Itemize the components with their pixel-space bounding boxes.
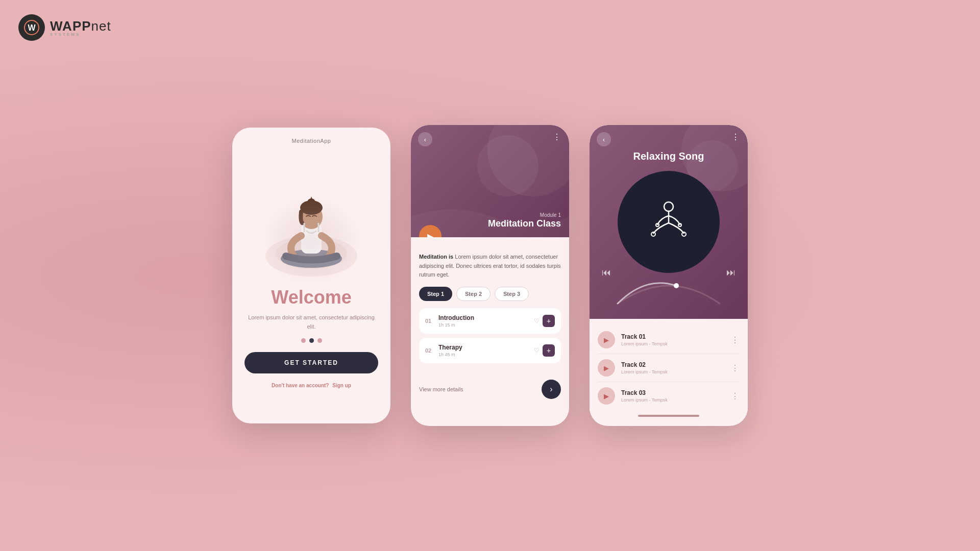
meditation-class-body: Meditation is Lorem ipsum dolor sit amet… (411, 237, 569, 374)
phone-relaxing-song: ‹ ⋮ Relaxing Song (590, 125, 748, 426)
lesson-info: Introduction 1h 15 m (438, 314, 529, 328)
module-title: Meditation Class (488, 218, 561, 229)
track-3-play[interactable]: ▶ (598, 387, 615, 405)
track-1-info: Track 01 Lorem ipsum - Tempsk (621, 333, 725, 346)
get-started-button[interactable]: GET STARTED (244, 352, 378, 373)
svg-text:W: W (28, 23, 36, 32)
lesson-duration-2: 1h 45 m (438, 352, 529, 357)
phone-welcome: MeditationApp (232, 128, 390, 423)
playback-progress[interactable] (638, 415, 699, 417)
track-3-name: Track 03 (621, 389, 725, 396)
lesson-introduction: 01 Introduction 1h 15 m ♡ + (419, 308, 561, 334)
track-3-info: Track 03 Lorem ipsum - Tempsk (621, 389, 725, 403)
phone3-nav: ‹ ⋮ (590, 132, 748, 146)
track-3-sub: Lorem ipsum - Tempsk (621, 397, 725, 403)
phone-meditation-class: ‹ ⋮ Module 1 Meditation Class ▶ Meditati… (411, 125, 569, 426)
track-3-more[interactable]: ⋮ (731, 391, 740, 401)
lesson-actions-2: ♡ + (534, 344, 555, 357)
lesson-actions: ♡ + (534, 315, 555, 327)
track-2-sub: Lorem ipsum - Tempsk (621, 369, 725, 374)
step-2-button[interactable]: Step 2 (456, 287, 491, 301)
lesson-title: Introduction (438, 314, 529, 321)
lesson-number-2: 02 (425, 347, 433, 354)
welcome-illustration (232, 149, 390, 287)
logo-icon: W (18, 14, 45, 41)
step-1-button[interactable]: Step 1 (419, 287, 452, 301)
svg-point-11 (664, 202, 673, 211)
next-button-audio[interactable]: ⏭ (726, 267, 736, 278)
track-2-info: Track 02 Lorem ipsum - Tempsk (621, 361, 725, 374)
steps-navigation: Step 1 Step 2 Step 3 (419, 287, 561, 301)
add-lesson-button[interactable]: + (543, 315, 555, 327)
lesson-info-2: Therapy 1h 45 m (438, 344, 529, 357)
prev-button[interactable]: ⏮ (602, 267, 611, 278)
signin-prompt: Don't have an account? Sign up (232, 379, 390, 392)
track-1-sub: Lorem ipsum - Tempsk (621, 341, 725, 346)
audio-controls: ⏮ ⏭ (590, 267, 748, 278)
track-2-more[interactable]: ⋮ (731, 363, 740, 373)
track-2-play[interactable]: ▶ (598, 359, 615, 377)
step-3-button[interactable]: Step 3 (495, 287, 529, 301)
track-1-name: Track 01 (621, 333, 725, 340)
module-label: Module 1 (540, 212, 561, 218)
relaxing-song-title: Relaxing Song (590, 151, 748, 162)
welcome-description: Lorem ipsum dolor sit amet, consectetur … (232, 313, 390, 331)
track-2: ▶ Track 02 Lorem ipsum - Tempsk ⋮ (598, 354, 740, 382)
heart-icon[interactable]: ♡ (534, 317, 540, 324)
heart-icon-2[interactable]: ♡ (534, 347, 540, 354)
dot-3[interactable] (317, 338, 322, 343)
more-menu[interactable]: ⋮ (553, 132, 562, 146)
more-menu-3[interactable]: ⋮ (731, 132, 741, 146)
phone2-footer: View more details › (411, 374, 569, 404)
dot-1[interactable] (301, 338, 306, 343)
dot-2[interactable] (309, 338, 314, 343)
track-1-more[interactable]: ⋮ (731, 335, 740, 345)
track-2-name: Track 02 (621, 361, 725, 368)
phone2-nav: ‹ ⋮ (411, 132, 569, 146)
meditation-class-header: ‹ ⋮ Module 1 Meditation Class ▶ (411, 125, 569, 237)
next-button[interactable]: › (542, 380, 561, 399)
welcome-title: Welcome (232, 287, 390, 308)
track-list: ▶ Track 01 Lorem ipsum - Tempsk ⋮ ▶ Trac… (590, 319, 748, 424)
track-3: ▶ Track 03 Lorem ipsum - Tempsk ⋮ (598, 382, 740, 410)
lesson-therapy: 02 Therapy 1h 45 m ♡ + (419, 338, 561, 363)
phones-container: MeditationApp (0, 0, 980, 551)
relaxing-song-header: ‹ ⋮ Relaxing Song (590, 125, 748, 319)
logo-text: WAPPnet SYSTEMS (50, 18, 111, 37)
back-button-3[interactable]: ‹ (597, 132, 611, 146)
lesson-title-2: Therapy (438, 344, 529, 351)
pagination-dots (232, 338, 390, 343)
view-more-link[interactable]: View more details (419, 386, 463, 392)
add-lesson-button-2[interactable]: + (543, 344, 555, 357)
svg-point-17 (674, 283, 679, 288)
track-1-play[interactable]: ▶ (598, 331, 615, 348)
meditation-description: Meditation is Lorem ipsum dolor sit amet… (419, 253, 561, 280)
back-button[interactable]: ‹ (418, 132, 432, 146)
track-1: ▶ Track 01 Lorem ipsum - Tempsk ⋮ (598, 326, 740, 354)
lesson-duration: 1h 15 m (438, 322, 529, 328)
logo: W WAPPnet SYSTEMS (18, 14, 111, 41)
lesson-number: 01 (425, 318, 433, 324)
app-name: MeditationApp (232, 128, 390, 149)
